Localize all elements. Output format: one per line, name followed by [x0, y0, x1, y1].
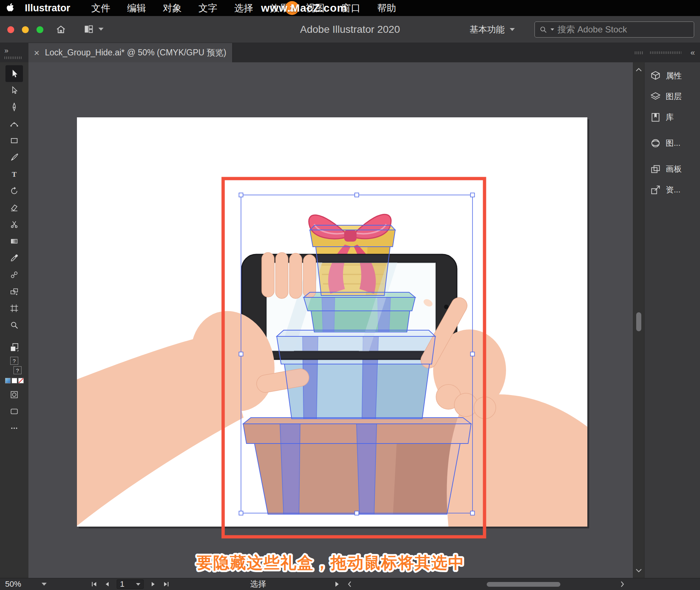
panel-label: 属性	[666, 70, 682, 81]
horizontal-scroll-thumb[interactable]	[487, 582, 560, 587]
scissors-tool[interactable]	[5, 216, 23, 233]
direct-selection-tool[interactable]	[5, 82, 23, 99]
panel-libraries[interactable]: 库	[645, 107, 700, 128]
artboard-navigation: 1	[90, 578, 170, 590]
menu-select[interactable]: 选择	[234, 2, 253, 15]
drag-dots	[4, 56, 23, 59]
selection-handle-nw[interactable]	[239, 193, 243, 197]
selection-handle-e[interactable]	[471, 352, 475, 356]
app-title-bar: Adobe Illustrator 2020 基本功能 搜索 Adobe Sto…	[0, 16, 700, 43]
macos-menu-bar: Illustrator 文件 编辑 对象 文字 选择 效果 视图 窗口 帮助 z…	[0, 0, 700, 16]
zoom-tool[interactable]	[5, 317, 23, 333]
menu-edit[interactable]: 编辑	[127, 2, 146, 15]
none-swatch[interactable]	[18, 378, 24, 383]
panel-properties[interactable]: 属性	[645, 65, 700, 86]
status-bar: 50% 1 选择	[0, 578, 700, 590]
selection-handle-w[interactable]	[239, 352, 243, 356]
panel-asset-export[interactable]: 资...	[645, 179, 700, 200]
apple-icon[interactable]	[6, 3, 15, 13]
workspace-label: 基本功能	[470, 24, 505, 35]
toolbar-header: »	[0, 43, 28, 62]
search-input[interactable]: 搜索 Adobe Stock	[534, 22, 694, 38]
artboard-number-field[interactable]: 1	[117, 579, 144, 589]
selection-tool[interactable]	[5, 65, 23, 82]
artboards-icon	[650, 164, 661, 175]
panel-label: 图层	[666, 91, 682, 102]
tutorial-caption: 要隐藏这些礼盒，拖动鼠标将其选中	[196, 554, 465, 571]
canvas[interactable]: 要隐藏这些礼盒，拖动鼠标将其选中	[28, 62, 633, 578]
paintbrush-tool[interactable]	[5, 149, 23, 166]
gradient-tool[interactable]	[5, 233, 23, 250]
shape-builder-tool[interactable]	[5, 283, 23, 300]
draw-mode-button[interactable]	[5, 386, 23, 403]
chevron-down-icon	[42, 583, 47, 586]
more-tools-button[interactable]	[5, 420, 23, 437]
selection-handle-s[interactable]	[355, 511, 359, 515]
selection-handle-n[interactable]	[355, 193, 359, 197]
next-artboard-icon[interactable]	[149, 581, 157, 588]
vertical-scroll-thumb[interactable]	[636, 312, 641, 331]
selection-handle-se[interactable]	[471, 511, 475, 515]
right-panel-header: «	[644, 43, 700, 62]
vertical-scrollbar[interactable]	[633, 62, 644, 578]
draw-mode-icon	[9, 390, 19, 399]
svg-text:T: T	[12, 171, 16, 178]
menu-file[interactable]: 文件	[92, 2, 110, 15]
scroll-down-icon[interactable]	[635, 568, 642, 574]
pen-tool[interactable]	[5, 99, 23, 116]
document-tab-strip: » × Lock_Group_Hide.ai* @ 50% (CMYK/GPU …	[0, 43, 700, 62]
selection-handle-ne[interactable]	[471, 193, 475, 197]
search-placeholder: 搜索 Adobe Stock	[557, 24, 627, 35]
rectangle-tool-icon	[9, 136, 19, 145]
menu-app-name[interactable]: Illustrator	[25, 3, 70, 14]
last-artboard-icon[interactable]	[163, 581, 170, 588]
scroll-left-icon[interactable]	[347, 578, 352, 590]
type-tool[interactable]: T	[5, 166, 23, 183]
zoom-level-control[interactable]: 50%	[5, 578, 47, 590]
panel-label: 资...	[666, 184, 680, 195]
chevron-down-icon	[136, 583, 140, 586]
stroke-proxy-unknown[interactable]: ?	[13, 366, 22, 374]
panel-layers[interactable]: 图层	[645, 86, 700, 107]
rotate-tool[interactable]	[5, 183, 23, 199]
eraser-tool[interactable]	[5, 199, 23, 216]
paintbrush-tool-icon	[9, 153, 19, 162]
screen-mode-button[interactable]	[5, 403, 23, 420]
fill-stroke-proxy[interactable]	[5, 339, 23, 356]
eyedropper-tool[interactable]	[5, 250, 23, 266]
curvature-tool[interactable]	[5, 116, 23, 132]
zoom-tool-icon	[9, 320, 19, 330]
eyedropper-tool-icon	[9, 253, 19, 263]
rectangle-tool[interactable]	[5, 132, 23, 149]
menu-object[interactable]: 对象	[163, 2, 182, 15]
more-icon	[9, 423, 19, 433]
menu-type[interactable]: 文字	[199, 2, 218, 15]
panel-artboards[interactable]: 画板	[645, 159, 700, 179]
collapse-panel-icon[interactable]: «	[691, 48, 695, 58]
watermark: z www.MacZ.com	[261, 0, 347, 16]
previous-artboard-icon[interactable]	[104, 581, 111, 588]
document-tab[interactable]: × Lock_Group_Hide.ai* @ 50% (CMYK/GPU 预览…	[28, 43, 233, 62]
first-artboard-icon[interactable]	[90, 581, 98, 588]
fill-proxy-unknown[interactable]: ?	[10, 357, 18, 365]
canvas-surface[interactable]: 要隐藏这些礼盒，拖动鼠标将其选中	[28, 62, 633, 578]
selection-handle-sw[interactable]	[239, 511, 243, 515]
color-swatch[interactable]	[5, 378, 11, 383]
status-expand-icon[interactable]	[335, 578, 340, 590]
gradient-swatch[interactable]	[12, 378, 17, 383]
libraries-icon	[650, 112, 661, 123]
blend-tool[interactable]	[5, 266, 23, 283]
menu-help[interactable]: 帮助	[377, 2, 396, 15]
panel-dock: 属性 图层 库 图... 画板 资...	[644, 62, 700, 578]
panel-graphic[interactable]: 图...	[645, 133, 700, 153]
document-tab-label: Lock_Group_Hide.ai* @ 50% (CMYK/GPU 预览)	[45, 47, 226, 58]
scroll-up-icon[interactable]	[635, 67, 642, 73]
close-tab-icon[interactable]: ×	[34, 48, 39, 58]
scrollbar-header	[633, 43, 644, 62]
expand-panel-icon[interactable]: »	[4, 46, 28, 55]
workspace-switcher[interactable]: 基本功能	[470, 16, 515, 43]
scissors-tool-icon	[9, 220, 19, 229]
panel-group-separator	[645, 153, 700, 159]
artboard-tool[interactable]	[5, 300, 23, 317]
scroll-right-icon[interactable]	[620, 578, 625, 590]
